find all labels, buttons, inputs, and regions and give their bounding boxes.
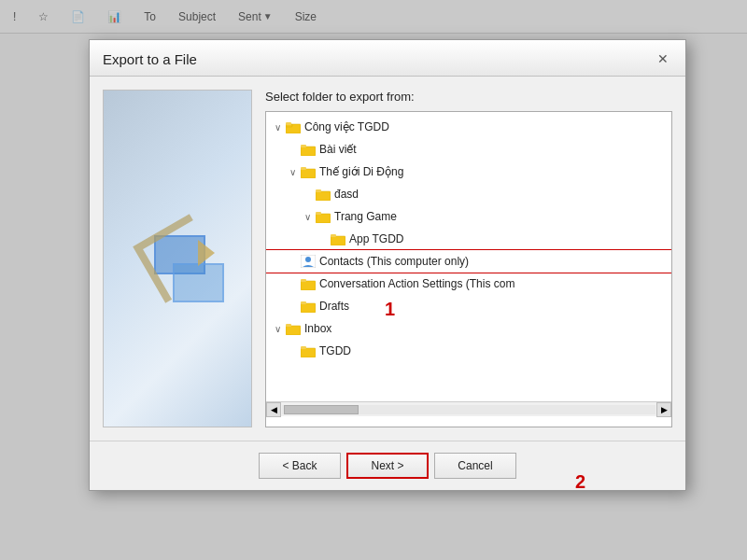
toggle-bai-viet: — [285, 145, 300, 155]
tree-item-conv-action[interactable]: — Conversation Action Settings (This com [266, 273, 671, 295]
svg-rect-17 [301, 303, 316, 313]
cancel-button[interactable]: Cancel [434, 453, 516, 479]
scroll-right-button[interactable]: ▶ [656, 402, 671, 417]
annotation-number-2: 2 [575, 471, 585, 493]
folder-icon [300, 165, 317, 178]
folder-icon [330, 232, 346, 245]
close-button[interactable]: ✕ [654, 49, 672, 68]
svg-rect-21 [301, 348, 316, 357]
folder-icon [300, 143, 317, 156]
svg-point-14 [305, 257, 311, 262]
toggle-drafts: — [285, 301, 300, 312]
tree-label-cong-viec: Công việc TGDD [304, 120, 389, 133]
dialog-titlebar: Export to a File ✕ [90, 40, 685, 77]
dialog-title: Export to a File [103, 51, 197, 67]
svg-rect-3 [301, 147, 316, 156]
arrow-head [198, 240, 215, 266]
tree-item-app-tgdd[interactable]: — App TGDD [266, 228, 671, 250]
scroll-track[interactable] [282, 405, 655, 414]
annotation-number-1: 1 [385, 299, 395, 320]
toggle-trang-game[interactable]: ∨ [300, 212, 315, 222]
tree-label-drafts: Drafts [319, 300, 349, 313]
select-label: Select folder to export from: [265, 90, 672, 104]
toggle-dasd: — [300, 189, 315, 200]
svg-rect-7 [316, 191, 331, 201]
tree-label-inbox: Inbox [304, 322, 331, 335]
toggle-inbox[interactable]: ∨ [270, 324, 285, 334]
horizontal-scrollbar[interactable]: ◀ ▶ [266, 401, 671, 416]
contacts-icon [300, 254, 317, 269]
svg-rect-8 [316, 189, 321, 192]
folder-icon [300, 277, 317, 290]
export-dialog: Export to a File ✕ Select folder to expo… [89, 39, 686, 491]
tree-label-contacts: Contacts (This computer only) [319, 255, 469, 268]
tree-scroll-area[interactable]: ∨ Công việc TGDD — Bài viết [266, 112, 671, 401]
illustration-panel [103, 90, 252, 427]
toggle-contacts: — [285, 257, 300, 267]
toggle-tgdd: — [285, 346, 300, 357]
toggle-cong-viec[interactable]: ∨ [270, 122, 285, 133]
tree-label-app-tgdd: App TGDD [349, 232, 403, 245]
folder-icon [300, 344, 317, 357]
svg-rect-4 [301, 145, 306, 147]
tree-label-the-gioi: Thế giới Di Động [319, 165, 403, 178]
tree-container[interactable]: ∨ Công việc TGDD — Bài viết [265, 111, 672, 427]
svg-rect-2 [286, 122, 291, 125]
toggle-the-gioi[interactable]: ∨ [285, 167, 300, 177]
folder-icon [285, 120, 302, 133]
svg-rect-19 [286, 326, 301, 335]
folder-icon [300, 300, 317, 313]
svg-rect-9 [316, 214, 331, 223]
svg-rect-11 [331, 236, 345, 245]
dialog-body: Select folder to export from: ∨ Công việ… [90, 77, 685, 441]
dialog-footer: < Back Next > Cancel [90, 441, 685, 490]
tree-item-the-gioi[interactable]: ∨ Thế giới Di Động [266, 161, 671, 183]
tree-item-drafts[interactable]: — Drafts [266, 295, 671, 317]
tree-label-conv-action: Conversation Action Settings (This com [319, 277, 514, 290]
tree-item-tgdd[interactable]: — TGDD [266, 340, 671, 362]
svg-rect-16 [301, 279, 306, 282]
right-panel: Select folder to export from: ∨ Công việ… [265, 90, 672, 427]
tree-item-trang-game[interactable]: ∨ Trang Game [266, 205, 671, 228]
folder-icon [315, 188, 331, 201]
toggle-conv-action: — [285, 279, 300, 289]
folder-icon [285, 322, 302, 335]
svg-rect-5 [301, 169, 316, 178]
svg-rect-10 [316, 212, 321, 215]
outlook-logo [135, 217, 219, 301]
outlook-arrow-graphic [135, 217, 219, 301]
tree-item-dasd[interactable]: — đasd [266, 183, 671, 205]
tree-label-dasd: đasd [334, 188, 359, 201]
svg-rect-18 [301, 301, 306, 304]
tree-item-bai-viet[interactable]: — Bài viết [266, 138, 671, 161]
svg-rect-15 [301, 281, 316, 290]
scroll-left-button[interactable]: ◀ [266, 402, 281, 417]
tree-item-cong-viec[interactable]: ∨ Công việc TGDD [266, 116, 671, 138]
back-button[interactable]: < Back [259, 453, 341, 479]
next-button[interactable]: Next > [346, 453, 429, 479]
svg-rect-12 [331, 234, 336, 237]
svg-rect-20 [286, 324, 291, 327]
folder-icon [315, 210, 331, 223]
tree-item-inbox[interactable]: ∨ Inbox [266, 317, 671, 340]
tree-label-trang-game: Trang Game [334, 210, 397, 223]
tree-label-tgdd: TGDD [319, 344, 351, 357]
svg-rect-22 [301, 346, 306, 349]
tree-item-contacts[interactable]: — Contacts (This computer only) [266, 250, 671, 273]
scroll-thumb[interactable] [284, 405, 359, 414]
tree-label-bai-viet: Bài viết [319, 143, 357, 156]
svg-rect-6 [301, 167, 306, 170]
toggle-app-tgdd: — [315, 234, 330, 245]
